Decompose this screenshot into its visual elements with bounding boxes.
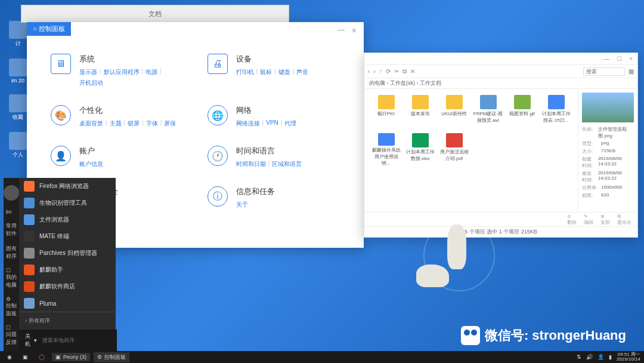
view-icon[interactable]: ▦	[628, 68, 634, 75]
back-icon[interactable]: ‹	[368, 68, 370, 75]
refresh-icon[interactable]: ⟳	[386, 68, 391, 75]
category-link[interactable]: 网络连接	[236, 119, 260, 128]
category-link[interactable]: 打印机	[236, 68, 254, 76]
category-link[interactable]: 关于	[236, 201, 248, 209]
start-app[interactable]: 生物识别管理工具	[19, 195, 117, 211]
category-link[interactable]: 声音	[296, 68, 308, 76]
tray-network-icon[interactable]: ⇅	[577, 354, 581, 360]
tray-battery-icon[interactable]: ▮	[609, 354, 612, 360]
maximize-icon[interactable]: ☐	[617, 56, 622, 62]
desktop-icon[interactable]: 个人	[9, 132, 27, 159]
category-link[interactable]: 显示器	[79, 68, 97, 76]
img-icon	[480, 95, 497, 109]
category-link[interactable]: 键盘	[278, 68, 290, 76]
category-icon: 👤	[51, 146, 71, 166]
category-icon: 🌐	[208, 105, 228, 125]
copy-icon[interactable]: ⧉	[402, 68, 407, 75]
tool-edit[interactable]: ✎编辑	[584, 214, 593, 226]
search-input[interactable]	[583, 67, 625, 76]
desktop-icon[interactable]: im 20	[9, 59, 27, 84]
file-item[interactable]: 计划本周工作报表-15日...	[540, 95, 572, 128]
minimize-icon[interactable]: —	[603, 56, 609, 62]
delete-icon[interactable]: ✕	[410, 68, 415, 75]
start-app[interactable]: MATE 终端	[19, 228, 117, 245]
start-app[interactable]: 麒麟助手	[19, 262, 117, 278]
category-link[interactable]: 字体	[146, 119, 158, 128]
power-chevron-icon[interactable]: ▾	[34, 337, 37, 343]
category-link[interactable]: VPN	[266, 119, 278, 128]
cut-icon[interactable]: ✂	[394, 68, 399, 75]
category-link[interactable]: 电源	[145, 68, 157, 76]
user-avatar[interactable]	[4, 185, 19, 201]
all-programs[interactable]: › 所有程序	[19, 312, 117, 330]
sidebar-item-feedback[interactable]: ☐ 问题反馈	[4, 321, 19, 350]
power-button[interactable]: 关机	[25, 333, 30, 348]
category-3: 🌐网络网络连接|VPN|代理	[208, 105, 340, 128]
minimize-button[interactable]: —	[338, 26, 345, 34]
start-app[interactable]: 文件浏览器	[19, 211, 117, 228]
category-link[interactable]: 开机启动	[79, 79, 103, 87]
doc-icon	[548, 95, 565, 109]
taskbar-app-control[interactable]: ⚙ 控制面板	[94, 352, 129, 362]
category-2: 🎨个性化桌面背景|主题|锁屏|字体|屏保	[51, 105, 184, 128]
start-button[interactable]: ◉	[4, 353, 16, 361]
start-app[interactable]: Parchives 归档管理器	[19, 245, 117, 262]
app-icon	[24, 264, 35, 275]
sidebar-item-control[interactable]: ⚙ 控制面板	[4, 293, 19, 321]
category-link[interactable]: 主题	[110, 119, 122, 128]
category-link[interactable]: 默认应用程序	[104, 68, 140, 76]
category-link[interactable]: 代理	[284, 119, 296, 128]
preview-pane: 名称:文件管理器截图.png 类型:png 大小:715KB 创建时间:2019…	[578, 89, 637, 212]
taskbar-clock[interactable]: 09:51 周一 2019/10/14	[617, 352, 640, 362]
category-icon: 🖨	[208, 54, 228, 74]
sidebar-item-computer[interactable]: ☐ 我的电脑	[4, 264, 19, 293]
close-button[interactable]: ×	[352, 26, 357, 35]
start-app[interactable]: 麒麟软件商店	[19, 278, 117, 295]
file-item[interactable]: 麒麟操作系统用户使用说明...	[370, 133, 402, 167]
wechat-watermark: 微信号: strongerHuang	[461, 326, 626, 345]
start-app[interactable]: Firefox 网络浏览器	[19, 178, 117, 195]
category-link[interactable]: 桌面背景	[79, 119, 103, 128]
category-link[interactable]: 屏保	[164, 119, 176, 128]
category-link[interactable]: 鼠标	[260, 68, 272, 76]
file-item[interactable]: 计划本周工作数据.xlsx	[404, 133, 436, 167]
tool-copy[interactable]: ⊗复制	[600, 214, 610, 226]
xls-icon	[412, 133, 429, 147]
tray-volume-icon[interactable]: 🔊	[586, 354, 593, 360]
up-icon[interactable]: ↑	[379, 68, 382, 75]
start-app[interactable]: Pluma	[19, 295, 117, 312]
file-grid: 银行PKI版本发布UKUI新特性FRPM建议-视频预览.avi截图资料.gif计…	[364, 89, 578, 212]
category-link[interactable]: 时间和日期	[236, 160, 266, 168]
category-link[interactable]: 锁屏	[128, 119, 140, 128]
wallpaper-art	[405, 220, 513, 303]
file-item[interactable]: 银行PKI	[370, 95, 402, 128]
category-title: 账户	[79, 146, 103, 156]
breadcrumb[interactable]: 的电脑 › 工作盘(sk) › 工作文档	[364, 78, 637, 89]
desktop-icon[interactable]: 收藏	[9, 94, 27, 121]
category-icon: 🎨	[51, 105, 71, 125]
file-item[interactable]: FRPM建议-视频预览.avi	[472, 95, 504, 128]
file-item[interactable]: UKUI新特性	[438, 95, 470, 128]
desktop-icon[interactable]: 计	[9, 21, 27, 48]
user-name[interactable]: lm	[4, 205, 19, 219]
category-title: 设备	[236, 54, 309, 64]
category-icon: ⓘ	[208, 186, 228, 207]
app-icon	[24, 214, 35, 225]
sidebar-item-common[interactable]: 常用软件	[4, 219, 19, 241]
taskbar-app-peony[interactable]: ▣ Peony (3)	[52, 353, 90, 361]
tool-rename[interactable]: ⊞重命名	[617, 214, 631, 226]
file-item[interactable]: 截图资料.gif	[506, 95, 538, 128]
category-link[interactable]: 区域和语言	[272, 160, 302, 168]
forward-icon[interactable]: ›	[373, 68, 375, 75]
category-link[interactable]: 账户信息	[79, 160, 103, 168]
tool-delete[interactable]: ⊘删除	[567, 214, 577, 226]
file-item[interactable]: 用户激活流程介绍.pdf	[438, 133, 470, 167]
taskbar-files-icon[interactable]: ▣	[19, 353, 32, 361]
taskbar-firefox-icon[interactable]: ◯	[35, 353, 48, 361]
category-title: 时间和语言	[236, 146, 302, 156]
sidebar-item-fixed[interactable]: 固有程序	[4, 241, 19, 264]
file-item[interactable]: 版本发布	[404, 95, 436, 128]
close-icon[interactable]: ×	[629, 56, 633, 62]
tray-user-icon[interactable]: 👤	[597, 354, 604, 360]
start-search-input[interactable]	[41, 336, 111, 345]
